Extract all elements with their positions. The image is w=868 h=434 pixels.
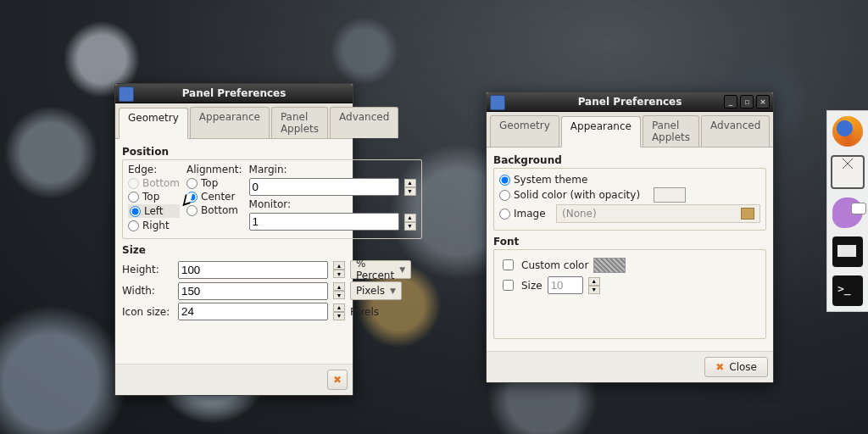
monitor-up[interactable]: ▲ — [404, 214, 416, 222]
desktop: Panel Preferences Geometry Appearance Pa… — [0, 0, 868, 434]
tab-panel-applets[interactable]: Panel Applets — [271, 107, 328, 138]
tab-body-geometry: Position Edge: Bottom Top Left Right Ali… — [115, 139, 353, 364]
align-center[interactable]: Center — [186, 191, 242, 203]
margin-input[interactable] — [249, 178, 399, 196]
panel-preferences-window-appearance: Panel Preferences _ ▫ × Geometry Appeara… — [486, 92, 774, 383]
fontsize-up[interactable]: ▲ — [588, 277, 600, 286]
tab-body-appearance: Background System theme Solid color (wit… — [487, 147, 773, 351]
launcher-mail[interactable] — [831, 155, 865, 189]
height-unit[interactable]: % Percent▼ — [350, 260, 411, 279]
color-swatch[interactable] — [654, 187, 686, 203]
height-input[interactable] — [178, 261, 328, 279]
iconsize-input[interactable] — [178, 303, 328, 320]
font-size-input[interactable] — [548, 276, 583, 294]
bg-image-chooser[interactable]: (None) — [556, 204, 760, 223]
folder-icon — [741, 208, 754, 220]
width-down[interactable]: ▼ — [333, 291, 345, 299]
monitor-input[interactable] — [249, 213, 399, 231]
window-footer: ✖ — [115, 364, 353, 395]
alignment-label: Alignment: — [186, 164, 242, 175]
close-icon: ✖ — [333, 374, 342, 386]
height-label: Height: — [122, 264, 173, 275]
edge-label: Edge: — [128, 164, 180, 175]
section-font: Font — [493, 236, 766, 248]
font-size[interactable]: Size ▲▼ — [499, 276, 760, 294]
margin-down[interactable]: ▼ — [404, 187, 416, 196]
tab-bar: Geometry Appearance Panel Applets Advanc… — [487, 112, 773, 147]
close-window-button[interactable]: × — [756, 95, 770, 108]
tab-geometry[interactable]: Geometry — [119, 108, 188, 139]
close-button[interactable]: ✖Close — [704, 357, 768, 377]
margin-up[interactable]: ▲ — [404, 179, 416, 187]
window-icon — [490, 95, 505, 110]
edge-right[interactable]: Right — [128, 220, 180, 231]
window-title: Panel Preferences — [578, 96, 682, 108]
close-icon: ✖ — [715, 361, 724, 373]
maximize-button[interactable]: ▫ — [740, 95, 754, 108]
launcher-firefox[interactable] — [832, 116, 863, 147]
tab-advanced[interactable]: Advanced — [330, 107, 398, 138]
monitor-label: Monitor: — [249, 198, 416, 210]
titlebar[interactable]: Panel Preferences — [115, 84, 353, 103]
window-icon — [119, 86, 134, 102]
align-bottom[interactable]: Bottom — [186, 204, 242, 216]
fontsize-down[interactable]: ▼ — [588, 286, 600, 294]
section-position: Position — [122, 146, 346, 158]
section-size: Size — [122, 244, 346, 256]
width-unit[interactable]: Pixels▼ — [350, 281, 402, 300]
height-down[interactable]: ▼ — [333, 270, 345, 278]
align-top[interactable]: Top — [186, 177, 242, 189]
close-button-partial[interactable]: ✖ — [327, 370, 348, 390]
margin-label: Margin: — [249, 164, 416, 175]
edge-left[interactable]: Left — [128, 204, 180, 218]
panel-preferences-window-geometry: Panel Preferences Geometry Appearance Pa… — [114, 83, 353, 396]
section-background: Background — [493, 154, 766, 166]
icon-down[interactable]: ▼ — [333, 312, 345, 320]
chevron-down-icon: ▼ — [390, 287, 396, 295]
width-up[interactable]: ▲ — [333, 282, 345, 291]
tab-appearance[interactable]: Appearance — [561, 116, 641, 147]
edge-top[interactable]: Top — [128, 191, 180, 203]
side-panel — [826, 110, 868, 312]
width-label: Width: — [122, 285, 173, 297]
width-input[interactable] — [178, 282, 328, 300]
launcher-filemanager[interactable] — [832, 236, 863, 267]
height-up[interactable]: ▲ — [333, 261, 345, 270]
chevron-down-icon: ▼ — [399, 265, 405, 274]
icon-up[interactable]: ▲ — [333, 303, 345, 312]
bg-image[interactable]: Image (None) — [499, 204, 760, 223]
titlebar[interactable]: Panel Preferences _ ▫ × — [487, 92, 773, 112]
edge-bottom[interactable]: Bottom — [128, 177, 180, 189]
monitor-down[interactable]: ▼ — [404, 222, 416, 231]
font-custom-color[interactable]: Custom color — [499, 257, 760, 273]
window-footer: ✖Close — [487, 351, 773, 382]
launcher-pidgin[interactable] — [832, 198, 863, 228]
bg-system-theme[interactable]: System theme — [499, 174, 760, 186]
minimize-button[interactable]: _ — [724, 95, 737, 108]
tab-advanced[interactable]: Advanced — [701, 115, 770, 147]
window-title: Panel Preferences — [182, 87, 287, 99]
tab-appearance[interactable]: Appearance — [190, 107, 270, 138]
font-color-swatch[interactable] — [593, 258, 626, 273]
tab-geometry[interactable]: Geometry — [490, 115, 559, 147]
iconsize-unit: Pixels — [350, 306, 379, 318]
launcher-terminal[interactable] — [832, 275, 863, 306]
tab-bar: Geometry Appearance Panel Applets Advanc… — [115, 103, 353, 139]
iconsize-label: Icon size: — [122, 306, 173, 318]
tab-panel-applets[interactable]: Panel Applets — [643, 115, 699, 147]
bg-solid-color[interactable]: Solid color (with opacity) — [499, 187, 760, 203]
